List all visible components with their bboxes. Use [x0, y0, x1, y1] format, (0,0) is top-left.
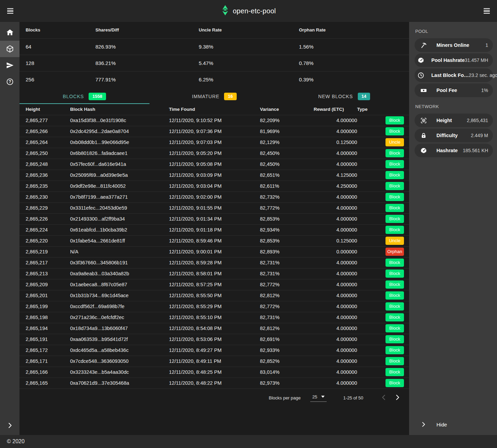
stats-cell: 256: [19, 71, 95, 88]
stat-value: 1%: [481, 88, 488, 93]
stats-header-shares: Shares/Diff: [95, 22, 199, 38]
page-size-select[interactable]: 25: [310, 394, 327, 402]
blocks-header-row: Height Block Hash Time Found Variance Re…: [19, 104, 409, 115]
left-menu-button[interactable]: [3, 4, 17, 18]
cell-reward: 0.125000: [314, 137, 357, 148]
section-label-pool: POOL: [415, 29, 493, 34]
table-row: 2,865,191 0xaa063539...b95d41d72f 12/11/…: [19, 334, 409, 345]
tab-blocks[interactable]: BLOCKS 1558: [19, 89, 149, 104]
sidebar-item-home[interactable]: [0, 24, 19, 41]
cell-height: 2,865,209: [19, 279, 70, 290]
cell-block-hash: 0x1fabe54a...2661de81ff: [70, 235, 169, 246]
cell-variance: 82,812%: [260, 323, 314, 334]
stats-cell: 826.93%: [95, 38, 199, 55]
cell-reward: 4.000000: [314, 323, 357, 334]
table-row: 2,865,277 0xa15d3f38...0e31f1908c 12/11/…: [19, 115, 409, 126]
page-range: 1-25 of 50: [343, 395, 363, 400]
cell-time-found: 12/11/2020, 9:07:03 PM: [169, 137, 260, 148]
cell-time-found: 12/11/2020, 9:00:01 PM: [169, 246, 260, 257]
table-row: 2,865,248 0x57fec60f...da616e941a 12/11/…: [19, 159, 409, 170]
cell-reward: 4.000000: [314, 126, 357, 137]
clock-icon: [417, 72, 424, 79]
col-header-time: Time Found: [169, 104, 260, 115]
left-rail: ?: [0, 22, 19, 435]
stats-cell: 9.38%: [199, 38, 299, 55]
tab-new-blocks[interactable]: NEW BLOCKS 14: [279, 89, 409, 104]
stats-cell: 5.47%: [199, 55, 299, 71]
cell-reward: 4.000000: [314, 192, 357, 202]
blocks-tabs: BLOCKS 1558 IMMATURE 16 NEW BLOCKS 14: [19, 89, 409, 104]
stat-label: Difficulty: [436, 133, 458, 138]
cell-reward: 4.000000: [314, 202, 357, 213]
copyright-text: © 2020: [7, 438, 25, 445]
help-icon: ?: [6, 78, 14, 86]
cell-height: 2,865,248: [19, 159, 70, 170]
type-badge: Block: [385, 127, 404, 135]
type-badge: Block: [385, 171, 404, 179]
cell-height: 2,865,217: [19, 257, 70, 268]
rail-expand-button[interactable]: [0, 416, 19, 435]
table-row: 2,865,220 0x1fabe54a...2661de81ff 12/11/…: [19, 235, 409, 246]
cell-block-hash: 0xccdf562f...69a698b7fe: [70, 301, 169, 312]
topbar: open-etc-pool: [0, 0, 497, 22]
cell-block-hash: 0x7cdce548...3636093050: [70, 356, 169, 367]
cell-reward: 4.000000: [314, 334, 357, 345]
cell-variance: 82,450%: [260, 159, 314, 170]
cell-variance: 82,732%: [260, 192, 314, 202]
sidebar-item-help[interactable]: ?: [0, 74, 19, 90]
app-root: open-etc-pool: [0, 0, 497, 448]
cell-reward: 4.000000: [314, 159, 357, 170]
cube-icon: [6, 45, 14, 53]
cell-block-hash: 0x6b801826...fa9adcaee1: [70, 148, 169, 159]
next-page-button[interactable]: [391, 391, 404, 405]
table-row: 2,865,219 N/A 12/11/2020, 9:00:01 PM 82,…: [19, 246, 409, 257]
cell-time-found: 12/11/2020, 8:55:50 PM: [169, 290, 260, 301]
cell-time-found: 12/11/2020, 8:59:46 PM: [169, 235, 260, 246]
cell-variance: 82,772%: [260, 202, 314, 213]
cell-height: 2,865,199: [19, 301, 70, 312]
stats-cell: 6.25%: [199, 71, 299, 88]
cell-reward: 4.000000: [314, 312, 357, 323]
cell-height: 2,865,266: [19, 126, 70, 137]
cell-variance: 82,933%: [260, 345, 314, 356]
col-header-height: Height: [19, 104, 70, 115]
prev-page-button[interactable]: [377, 391, 391, 405]
chevron-left-icon: [380, 394, 388, 402]
page-size-value: 25: [312, 394, 317, 399]
stat-pool-fee: Pool Fee 1%: [415, 83, 493, 97]
sidebar-item-payments[interactable]: [0, 57, 19, 74]
cell-block-hash: 0xdc465d5a...a58beb436c: [70, 345, 169, 356]
cell-time-found: 12/11/2020, 9:05:20 PM: [169, 148, 260, 159]
pagination-bar: Blocks per page 25 1-25 of 50: [19, 389, 409, 407]
right-menu-button[interactable]: [480, 4, 494, 18]
cell-variance: 82,611%: [260, 181, 314, 192]
table-row: 2,865,264 0xb08dd0b1...99e066d95e 12/11/…: [19, 137, 409, 148]
table-row: 2,865,236 0x25095f69...a0d39e9e5a 12/11/…: [19, 170, 409, 181]
cell-time-found: 12/11/2020, 8:57:25 PM: [169, 279, 260, 290]
cell-reward: 4.000000: [314, 345, 357, 356]
tab-badge: 1558: [89, 93, 106, 100]
cell-reward: 4.000000: [314, 290, 357, 301]
type-badge: Block: [385, 280, 404, 289]
tab-immature[interactable]: IMMATURE 16: [149, 89, 279, 104]
blocks-per-page-label: Blocks per page: [269, 395, 301, 400]
hide-panel-button[interactable]: Hide: [415, 414, 493, 435]
cell-reward: 4.250000: [314, 181, 357, 192]
type-badge: Uncle: [385, 237, 404, 245]
cell-block-hash: 0x57fec60f...da616e941a: [70, 159, 169, 170]
type-badge: Block: [385, 379, 404, 387]
sidebar-item-blocks[interactable]: [0, 41, 19, 57]
cell-block-hash: 0xa70621d9...37e305468a: [70, 378, 169, 388]
stats-row: 256 777.91% 6.25% 0.39%: [19, 71, 409, 88]
cell-block-hash: 0xa9a8eab3...03a340a82b: [70, 268, 169, 279]
table-row: 2,865,229 0x3311efec...20453d0e59 12/11/…: [19, 202, 409, 213]
tab-label: BLOCKS: [63, 94, 84, 99]
stat-value: 1: [485, 42, 488, 48]
col-header-variance: Variance: [260, 104, 314, 115]
cell-height: 2,865,277: [19, 115, 70, 126]
cell-height: 2,865,226: [19, 213, 70, 224]
stats-cell: 836.21%: [95, 55, 199, 71]
cell-variance: 82,731%: [260, 257, 314, 268]
chevron-right-icon: [6, 422, 14, 429]
cell-height: 2,865,194: [19, 323, 70, 334]
